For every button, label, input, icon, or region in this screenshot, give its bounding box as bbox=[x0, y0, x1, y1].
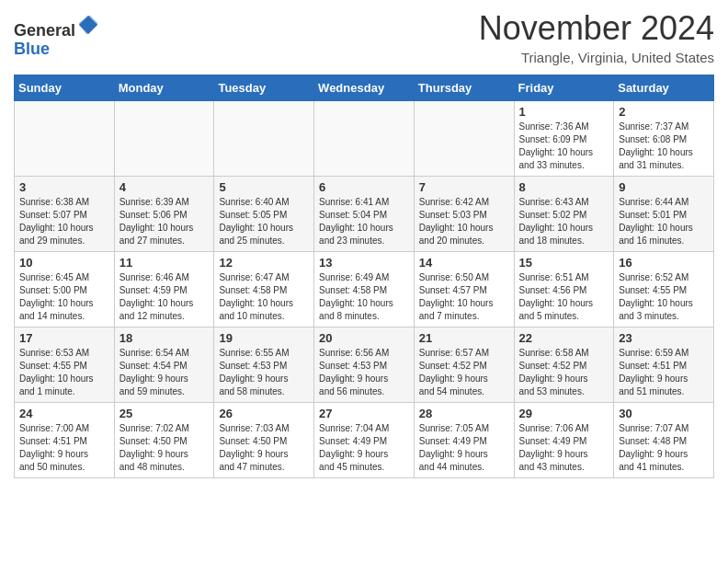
day-info: Sunrise: 6:52 AM Sunset: 4:55 PM Dayligh… bbox=[619, 271, 709, 323]
day-of-week-sunday: Sunday bbox=[15, 75, 115, 101]
calendar-cell: 15Sunrise: 6:51 AM Sunset: 4:56 PM Dayli… bbox=[514, 252, 614, 327]
day-info: Sunrise: 6:39 AM Sunset: 5:06 PM Dayligh… bbox=[119, 196, 210, 247]
calendar-cell bbox=[114, 101, 214, 177]
day-info: Sunrise: 6:58 AM Sunset: 4:52 PM Dayligh… bbox=[519, 347, 609, 398]
calendar-cell: 17Sunrise: 6:53 AM Sunset: 4:55 PM Dayli… bbox=[15, 327, 115, 403]
calendar-cell: 27Sunrise: 7:04 AM Sunset: 4:49 PM Dayli… bbox=[314, 403, 415, 478]
day-number: 24 bbox=[19, 407, 109, 420]
day-info: Sunrise: 7:02 AM Sunset: 4:50 PM Dayligh… bbox=[119, 422, 210, 474]
calendar-cell: 12Sunrise: 6:47 AM Sunset: 4:58 PM Dayli… bbox=[214, 252, 314, 327]
day-number: 30 bbox=[619, 407, 709, 420]
day-number: 1 bbox=[519, 105, 609, 119]
day-info: Sunrise: 6:49 AM Sunset: 4:58 PM Dayligh… bbox=[319, 271, 409, 323]
calendar-week-1: 1Sunrise: 7:36 AM Sunset: 6:09 PM Daylig… bbox=[15, 101, 714, 177]
day-of-week-saturday: Saturday bbox=[614, 75, 714, 101]
calendar-cell: 18Sunrise: 6:54 AM Sunset: 4:54 PM Dayli… bbox=[114, 327, 214, 403]
day-info: Sunrise: 7:04 AM Sunset: 4:49 PM Dayligh… bbox=[319, 422, 409, 474]
day-number: 13 bbox=[319, 256, 409, 270]
calendar-cell bbox=[214, 101, 314, 177]
day-info: Sunrise: 6:53 AM Sunset: 4:55 PM Dayligh… bbox=[19, 347, 109, 398]
day-number: 22 bbox=[519, 331, 609, 345]
day-number: 7 bbox=[419, 180, 509, 194]
day-info: Sunrise: 6:51 AM Sunset: 4:56 PM Dayligh… bbox=[519, 271, 609, 323]
day-info: Sunrise: 7:05 AM Sunset: 4:49 PM Dayligh… bbox=[419, 422, 509, 474]
calendar-cell: 1Sunrise: 7:36 AM Sunset: 6:09 PM Daylig… bbox=[514, 101, 614, 177]
calendar-week-5: 24Sunrise: 7:00 AM Sunset: 4:51 PM Dayli… bbox=[15, 403, 714, 478]
logo-general-text: General bbox=[14, 21, 75, 40]
calendar-cell: 9Sunrise: 6:44 AM Sunset: 5:01 PM Daylig… bbox=[614, 177, 714, 252]
day-number: 16 bbox=[619, 256, 709, 270]
calendar-cell: 29Sunrise: 7:06 AM Sunset: 4:49 PM Dayli… bbox=[514, 403, 614, 478]
page-header: General Blue November 2024 Triangle, Vir… bbox=[14, 9, 714, 65]
day-info: Sunrise: 7:03 AM Sunset: 4:50 PM Dayligh… bbox=[219, 422, 309, 474]
calendar-week-4: 17Sunrise: 6:53 AM Sunset: 4:55 PM Dayli… bbox=[15, 327, 714, 403]
day-number: 29 bbox=[519, 407, 609, 420]
day-number: 9 bbox=[619, 180, 709, 194]
calendar-cell: 30Sunrise: 7:07 AM Sunset: 4:48 PM Dayli… bbox=[614, 403, 714, 478]
calendar-cell: 7Sunrise: 6:42 AM Sunset: 5:03 PM Daylig… bbox=[414, 177, 514, 252]
calendar-cell: 16Sunrise: 6:52 AM Sunset: 4:55 PM Dayli… bbox=[614, 252, 714, 327]
calendar-cell: 2Sunrise: 7:37 AM Sunset: 6:08 PM Daylig… bbox=[614, 101, 714, 177]
day-number: 3 bbox=[19, 180, 109, 194]
day-info: Sunrise: 6:41 AM Sunset: 5:04 PM Dayligh… bbox=[319, 196, 409, 247]
calendar-cell: 28Sunrise: 7:05 AM Sunset: 4:49 PM Dayli… bbox=[414, 403, 514, 478]
calendar-cell: 10Sunrise: 6:45 AM Sunset: 5:00 PM Dayli… bbox=[15, 252, 115, 327]
day-info: Sunrise: 6:54 AM Sunset: 4:54 PM Dayligh… bbox=[119, 347, 210, 398]
day-number: 2 bbox=[619, 105, 709, 119]
day-of-week-monday: Monday bbox=[114, 75, 214, 101]
day-number: 14 bbox=[419, 256, 509, 270]
day-info: Sunrise: 7:07 AM Sunset: 4:48 PM Dayligh… bbox=[619, 422, 709, 474]
day-info: Sunrise: 7:06 AM Sunset: 4:49 PM Dayligh… bbox=[519, 422, 609, 474]
day-number: 17 bbox=[19, 331, 109, 345]
calendar-week-2: 3Sunrise: 6:38 AM Sunset: 5:07 PM Daylig… bbox=[15, 177, 714, 252]
calendar-week-3: 10Sunrise: 6:45 AM Sunset: 5:00 PM Dayli… bbox=[15, 252, 714, 327]
day-number: 23 bbox=[619, 331, 709, 345]
calendar-cell: 26Sunrise: 7:03 AM Sunset: 4:50 PM Dayli… bbox=[214, 403, 314, 478]
month-title: November 2024 bbox=[479, 9, 714, 48]
calendar-cell: 3Sunrise: 6:38 AM Sunset: 5:07 PM Daylig… bbox=[15, 177, 115, 252]
title-block: November 2024 Triangle, Virginia, United… bbox=[479, 9, 714, 65]
calendar-cell: 13Sunrise: 6:49 AM Sunset: 4:58 PM Dayli… bbox=[314, 252, 415, 327]
calendar-cell: 25Sunrise: 7:02 AM Sunset: 4:50 PM Dayli… bbox=[114, 403, 214, 478]
logo-blue-text: Blue bbox=[14, 40, 50, 58]
calendar-cell: 19Sunrise: 6:55 AM Sunset: 4:53 PM Dayli… bbox=[214, 327, 314, 403]
logo-icon bbox=[77, 14, 99, 36]
calendar-cell: 20Sunrise: 6:56 AM Sunset: 4:53 PM Dayli… bbox=[314, 327, 415, 403]
day-number: 5 bbox=[219, 180, 309, 194]
calendar-cell: 4Sunrise: 6:39 AM Sunset: 5:06 PM Daylig… bbox=[114, 177, 214, 252]
day-info: Sunrise: 6:59 AM Sunset: 4:51 PM Dayligh… bbox=[619, 347, 709, 398]
day-number: 15 bbox=[519, 256, 609, 270]
calendar-cell: 23Sunrise: 6:59 AM Sunset: 4:51 PM Dayli… bbox=[614, 327, 714, 403]
day-info: Sunrise: 6:56 AM Sunset: 4:53 PM Dayligh… bbox=[319, 347, 409, 398]
calendar-cell: 8Sunrise: 6:43 AM Sunset: 5:02 PM Daylig… bbox=[514, 177, 614, 252]
day-info: Sunrise: 6:40 AM Sunset: 5:05 PM Dayligh… bbox=[219, 196, 309, 247]
day-number: 26 bbox=[219, 407, 309, 420]
location-subtitle: Triangle, Virginia, United States bbox=[479, 50, 714, 65]
day-info: Sunrise: 7:00 AM Sunset: 4:51 PM Dayligh… bbox=[19, 422, 109, 474]
day-number: 12 bbox=[219, 256, 309, 270]
calendar-cell: 11Sunrise: 6:46 AM Sunset: 4:59 PM Dayli… bbox=[114, 252, 214, 327]
calendar-table: SundayMondayTuesdayWednesdayThursdayFrid… bbox=[14, 75, 714, 478]
day-number: 28 bbox=[419, 407, 509, 420]
day-of-week-tuesday: Tuesday bbox=[214, 75, 314, 101]
day-number: 19 bbox=[219, 331, 309, 345]
calendar-cell: 6Sunrise: 6:41 AM Sunset: 5:04 PM Daylig… bbox=[314, 177, 415, 252]
day-number: 21 bbox=[419, 331, 509, 345]
day-number: 10 bbox=[19, 256, 109, 270]
day-number: 18 bbox=[119, 331, 210, 345]
day-number: 25 bbox=[119, 407, 210, 420]
calendar-cell: 5Sunrise: 6:40 AM Sunset: 5:05 PM Daylig… bbox=[214, 177, 314, 252]
calendar-cell: 14Sunrise: 6:50 AM Sunset: 4:57 PM Dayli… bbox=[414, 252, 514, 327]
calendar-cell bbox=[414, 101, 514, 177]
day-number: 20 bbox=[319, 331, 409, 345]
day-number: 8 bbox=[519, 180, 609, 194]
day-info: Sunrise: 6:45 AM Sunset: 5:00 PM Dayligh… bbox=[19, 271, 109, 323]
day-info: Sunrise: 7:37 AM Sunset: 6:08 PM Dayligh… bbox=[619, 121, 709, 172]
calendar-cell bbox=[15, 101, 115, 177]
day-of-week-friday: Friday bbox=[514, 75, 614, 101]
day-info: Sunrise: 6:57 AM Sunset: 4:52 PM Dayligh… bbox=[419, 347, 509, 398]
day-info: Sunrise: 6:46 AM Sunset: 4:59 PM Dayligh… bbox=[119, 271, 210, 323]
day-info: Sunrise: 6:42 AM Sunset: 5:03 PM Dayligh… bbox=[419, 196, 509, 247]
day-info: Sunrise: 6:44 AM Sunset: 5:01 PM Dayligh… bbox=[619, 196, 709, 247]
day-info: Sunrise: 6:43 AM Sunset: 5:02 PM Dayligh… bbox=[519, 196, 609, 247]
